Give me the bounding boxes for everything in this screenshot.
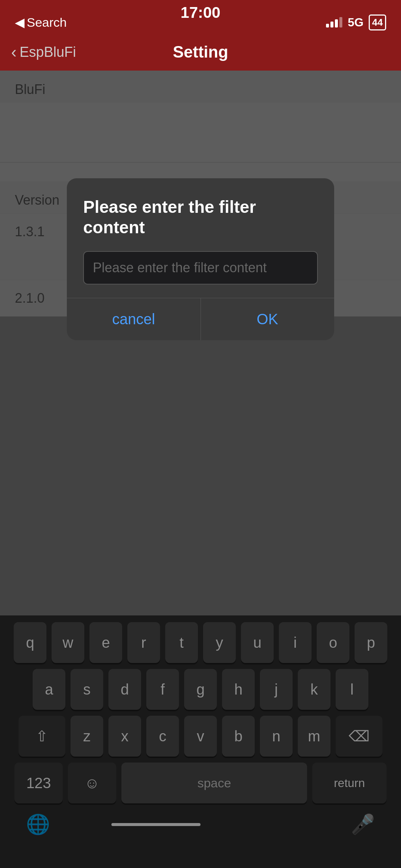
status-right: 5G 44	[326, 14, 386, 30]
status-time: 17:00	[180, 4, 220, 22]
back-label: EspBluFi	[20, 44, 76, 60]
cancel-button[interactable]: cancel	[67, 298, 201, 340]
battery-level: 44	[372, 17, 383, 28]
back-arrow-icon: ◀	[15, 15, 25, 30]
dialog-body: Please enter the filter content	[67, 178, 334, 285]
page-background: BluFi Version 1.3.1 2.1.0 Please enter t…	[0, 71, 401, 868]
filter-input[interactable]	[83, 251, 318, 285]
page-title: Setting	[173, 43, 228, 61]
battery-icon: 44	[369, 14, 386, 30]
dialog-title: Please enter the filter content	[83, 197, 318, 238]
navigation-bar: ‹ EspBluFi Setting	[0, 33, 401, 71]
status-search: ◀ Search	[15, 15, 67, 30]
filter-dialog: Please enter the filter content cancel O…	[67, 178, 334, 340]
search-label: Search	[27, 15, 67, 30]
status-bar: ◀ Search 17:00 5G 44	[0, 0, 401, 33]
network-type: 5G	[348, 16, 363, 29]
back-arrow-icon: ‹	[11, 43, 17, 61]
dialog-buttons: cancel OK	[67, 298, 334, 340]
ok-button[interactable]: OK	[201, 298, 335, 340]
signal-bars-icon	[326, 17, 342, 27]
back-button[interactable]: ‹ EspBluFi	[11, 43, 76, 61]
